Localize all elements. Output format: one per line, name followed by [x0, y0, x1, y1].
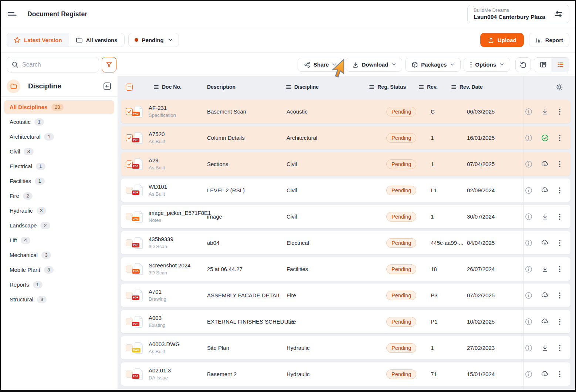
column-header-doc-no[interactable]: Doc No.	[147, 84, 203, 90]
upload-button[interactable]: Upload	[480, 33, 524, 47]
table-row[interactable]: PNG AF-231 Specification Basement Scan A…	[121, 100, 570, 123]
row-menu-icon[interactable]	[555, 107, 564, 116]
column-header-rev[interactable]: Rev.	[414, 84, 447, 90]
info-icon[interactable]	[524, 134, 533, 142]
info-icon[interactable]	[524, 317, 533, 326]
table-row[interactable]: PDF A29 As Built Sections Civil Pending …	[121, 152, 570, 176]
download-button[interactable]: Download	[346, 58, 402, 72]
table-row[interactable]: PNG Screenshot 2024 3D Scan 25 at 06.44.…	[121, 257, 570, 281]
card-view-button[interactable]	[534, 58, 552, 72]
column-header-rev-date[interactable]: Rev. Date	[447, 84, 523, 90]
download-icon[interactable]	[541, 212, 549, 221]
file-type-icon: PDF	[134, 290, 143, 301]
table-settings-gear-icon[interactable]	[555, 83, 563, 91]
cloud-download-icon[interactable]	[541, 160, 549, 169]
sidebar-item[interactable]: Mechanical 3	[4, 248, 114, 262]
table-row[interactable]: PDF A003 Existing EXTERNAL FINISHES SCHE…	[121, 310, 570, 333]
info-icon[interactable]	[524, 160, 533, 169]
sidebar-item[interactable]: Facilities 1	[4, 174, 114, 188]
doc-number: image_picker_E571F8E1	[149, 210, 203, 217]
download-icon[interactable]	[541, 265, 549, 274]
search-input[interactable]	[22, 61, 94, 68]
doc-number: A02.01.3	[149, 367, 203, 374]
info-icon[interactable]	[524, 212, 533, 221]
row-menu-icon[interactable]	[555, 160, 564, 169]
upload-label: Upload	[498, 37, 516, 43]
info-icon[interactable]	[524, 107, 533, 116]
discipline: Hydraulic	[283, 345, 365, 351]
packages-button[interactable]: Packages	[405, 58, 461, 72]
info-icon[interactable]	[524, 344, 533, 352]
sidebar-item[interactable]: Landscape 2	[4, 219, 114, 232]
latest-version-tab[interactable]: Latest Version	[7, 33, 69, 47]
row-menu-icon[interactable]	[555, 370, 564, 379]
table-row[interactable]: PDF A701 Drawing ASSEMBLY FACADE DETAIL …	[121, 284, 570, 307]
table-row[interactable]: PDF A02.01.3 DA Issue Basement 2 Hydraul…	[121, 362, 570, 386]
table-row[interactable]: PDF 435b9339 3D Scan ab04 Electrical Pen…	[121, 231, 570, 254]
cloud-download-icon[interactable]	[541, 239, 549, 247]
row-menu-icon[interactable]	[555, 212, 564, 221]
info-icon[interactable]	[524, 265, 533, 274]
collapse-sidebar-icon[interactable]	[102, 81, 112, 91]
table-row[interactable]: JPG image_picker_E571F8E1 Notes image Ci…	[121, 205, 570, 228]
list-view-button[interactable]	[552, 58, 569, 72]
switch-project-icon[interactable]	[553, 10, 564, 18]
select-all-checkbox[interactable]	[126, 84, 133, 91]
info-icon[interactable]	[524, 186, 533, 195]
row-menu-icon[interactable]	[555, 291, 564, 300]
row-menu-icon[interactable]	[555, 344, 564, 352]
all-versions-tab[interactable]: All versions	[69, 33, 124, 47]
table-row[interactable]: PDF WD101 As Built LEVEL 2 (RSL) Civil P…	[121, 179, 570, 202]
chevron-down-icon	[392, 63, 396, 66]
download-label: Download	[362, 61, 388, 68]
project-switcher[interactable]: BuildMe Dreams Lsun004 Canterbury Plaza	[467, 5, 569, 23]
search-box	[7, 57, 99, 72]
share-button[interactable]: Share	[298, 58, 343, 72]
sidebar-item[interactable]: Structural 3	[4, 293, 114, 306]
info-icon[interactable]	[524, 239, 533, 247]
row-menu-icon[interactable]	[555, 134, 564, 142]
row-menu-icon[interactable]	[555, 317, 564, 326]
table-row[interactable]: PDF A7520 As Built Column Details Archit…	[121, 126, 570, 149]
cloud-download-icon[interactable]	[541, 317, 549, 326]
sidebar-item-label: Acoustic	[10, 119, 31, 125]
sidebar-item[interactable]: Reports 1	[4, 278, 114, 291]
sidebar-item[interactable]: Electrical 1	[4, 159, 114, 173]
column-header-discipline[interactable]: Discipline	[283, 84, 365, 90]
column-header-reg-status[interactable]: Reg. Status	[365, 84, 414, 90]
row-menu-icon[interactable]	[555, 239, 564, 247]
discipline: Civil	[283, 161, 365, 167]
hamburger-menu-icon[interactable]	[7, 9, 18, 20]
report-button[interactable]: Report	[529, 33, 569, 47]
doc-type: As Built	[149, 165, 203, 171]
sidebar-item[interactable]: Civil 3	[4, 145, 114, 158]
revision-date: 15/01/2024	[447, 371, 523, 377]
description: EXTERNAL FINISHES SCHEDULE	[203, 318, 283, 325]
table-row[interactable]: DWG A0003.DWG As Built Site Plan Hydraul…	[121, 336, 570, 359]
file-type-badge: PNG	[132, 112, 140, 116]
cloud-download-icon[interactable]	[541, 370, 549, 379]
filter-button[interactable]	[102, 57, 116, 72]
sidebar-item[interactable]: All Disciplines 28	[4, 100, 114, 114]
column-header-description[interactable]: Description	[203, 84, 283, 90]
revision-date: 02/09/2024	[447, 187, 523, 193]
row-menu-icon[interactable]	[555, 265, 564, 274]
download-icon[interactable]	[541, 107, 549, 116]
status-badge: Pending	[386, 343, 416, 353]
sidebar-item[interactable]: Acoustic 1	[4, 115, 114, 129]
revision: P3	[414, 292, 447, 298]
info-icon[interactable]	[524, 291, 533, 300]
row-menu-icon[interactable]	[555, 186, 564, 195]
download-icon[interactable]	[541, 344, 549, 352]
sidebar-item[interactable]: Architectural 1	[4, 130, 114, 143]
options-button[interactable]: Options	[464, 58, 510, 72]
cloud-download-icon[interactable]	[541, 291, 549, 300]
status-filter-dropdown[interactable]: Pending	[128, 33, 179, 47]
sidebar-item[interactable]: Lift 4	[4, 233, 114, 247]
sidebar-item[interactable]: Hydraulic 3	[4, 204, 114, 217]
info-icon[interactable]	[524, 370, 533, 379]
history-button[interactable]	[515, 57, 531, 72]
sidebar-item[interactable]: Mobile Plant 3	[4, 263, 114, 277]
sidebar-item[interactable]: Fire 2	[4, 189, 114, 203]
cloud-download-icon[interactable]	[541, 186, 549, 195]
